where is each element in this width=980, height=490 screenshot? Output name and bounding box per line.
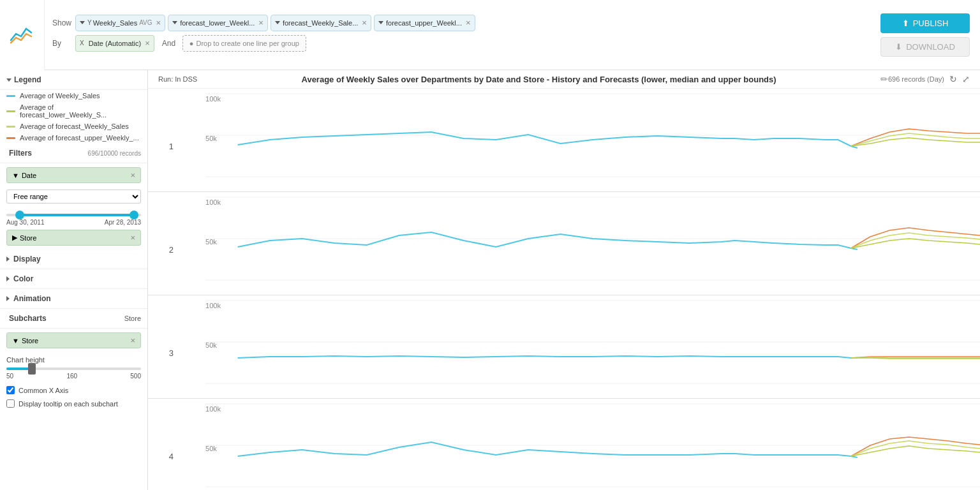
date-range-track[interactable] xyxy=(6,214,141,216)
display-tooltip-row: Display tooltip on each subchart xyxy=(0,397,147,410)
legend-arrow xyxy=(6,78,11,82)
height-slider-track[interactable] xyxy=(6,368,141,370)
chart-height-section: Chart height 50 160 500 xyxy=(0,352,147,383)
logo-area xyxy=(0,0,45,70)
app-logo[interactable] xyxy=(8,21,36,49)
subchart-plot-2: 100k 50k xyxy=(180,192,980,295)
pill-arrow-y4 xyxy=(378,21,383,24)
subchart-plot-4: 100k 50k xyxy=(180,399,980,490)
legend-color-1 xyxy=(6,110,15,112)
filters-header[interactable]: Filters 696/10000 records xyxy=(0,144,147,163)
pill-close-y2[interactable]: × xyxy=(258,18,264,27)
height-slider-thumb[interactable] xyxy=(28,363,36,375)
subchart-label-4: 4 xyxy=(148,399,180,490)
common-x-axis-checkbox[interactable] xyxy=(6,386,15,394)
svg-text:50k: 50k xyxy=(205,238,217,246)
subchart-label-2: 2 xyxy=(148,192,180,295)
pill-y2[interactable]: forecast_lower_Weekl... × xyxy=(168,15,268,31)
drop-zone-group[interactable]: ● Drop to create one line per group xyxy=(182,35,306,52)
height-range-labels: 50 160 500 xyxy=(6,373,141,380)
toolbar-main: Show Y Weekly_Sales AVG × forecast_lower… xyxy=(45,10,870,61)
subchart-3: 3 100k 50k xyxy=(148,295,980,399)
toolbar: Show Y Weekly_Sales AVG × forecast_lower… xyxy=(0,0,980,70)
show-label: Show xyxy=(52,19,75,27)
display-tooltip-checkbox[interactable] xyxy=(6,399,15,408)
pill-arrow-y1 xyxy=(80,21,85,24)
filter-date-select[interactable]: Free range xyxy=(6,189,141,204)
show-row: Show Y Weekly_Sales AVG × forecast_lower… xyxy=(52,15,863,31)
chart-svg-2: 100k 50k xyxy=(205,197,980,280)
x-axis-close[interactable]: × xyxy=(145,38,150,48)
run-label: Run: In DSS xyxy=(158,75,197,83)
chart-svg-3: 100k 50k xyxy=(205,301,980,383)
subchart-4: 4 100k 50k xyxy=(148,399,980,490)
subchart-store-pill[interactable]: ▼ Store × xyxy=(6,332,141,348)
legend-item-2: Average of forecast_Weekly_Sales xyxy=(0,121,147,132)
filter-date-delete[interactable]: × xyxy=(130,170,135,180)
svg-text:100k: 100k xyxy=(205,198,221,206)
filter-date-item[interactable]: ▼ Date × xyxy=(6,167,141,183)
refresh-icon[interactable]: ↻ xyxy=(949,74,957,84)
chart-svg-1: 100k 50k xyxy=(205,94,980,177)
display-arrow xyxy=(6,256,10,262)
pill-y4[interactable]: forecast_upper_Weekl... × xyxy=(374,15,475,31)
date-range-labels: Aug 30, 2011 Apr 28, 2013 xyxy=(6,219,141,226)
svg-text:100k: 100k xyxy=(205,302,221,309)
subchart-label-1: 1 xyxy=(148,89,180,191)
store-arrow: ▶ xyxy=(12,234,17,242)
legend-color-0 xyxy=(6,95,15,97)
chart-title: Average of Weekly Sales over Departments… xyxy=(197,75,880,84)
and-label: And xyxy=(162,39,180,48)
legend-item-3: Average of forecast_upper_Weekly_... xyxy=(0,132,147,144)
main-area: Legend Average of Weekly_Sales Average o… xyxy=(0,70,980,490)
svg-text:50k: 50k xyxy=(205,445,217,452)
download-icon: ⬇ xyxy=(895,42,902,52)
chart-meta: 696 records (Day) ↻ ⤢ xyxy=(888,74,970,84)
chart-area: Run: In DSS Average of Weekly Sales over… xyxy=(148,70,980,490)
pill-arrow-y2 xyxy=(172,21,177,24)
pill-close-y4[interactable]: × xyxy=(466,18,471,27)
by-row: By X Date (Automatic) × And ● Drop to cr… xyxy=(52,35,863,52)
pill-close-y1[interactable]: × xyxy=(156,18,161,27)
display-header[interactable]: Display xyxy=(0,249,147,269)
filter-store-delete[interactable]: × xyxy=(130,233,135,242)
pill-y3[interactable]: forecast_Weekly_Sale... × xyxy=(271,15,371,31)
edit-title-icon[interactable]: ✏ xyxy=(880,74,888,84)
subchart-1: 1 100k 50k xyxy=(148,89,980,192)
animation-header[interactable]: Animation xyxy=(0,289,147,309)
legend-header[interactable]: Legend xyxy=(0,70,147,90)
subchart-store-delete[interactable]: × xyxy=(130,336,135,345)
subchart-label-3: 3 xyxy=(148,295,180,398)
expand-icon[interactable]: ⤢ xyxy=(962,74,970,84)
toolbar-actions: ⬆ PUBLISH ⬇ DOWNLOAD xyxy=(870,8,980,62)
legend-item-1: Average of forecast_lower_Weekly_S... xyxy=(0,101,147,121)
chart-svg-4: 100k 50k xyxy=(205,404,980,487)
animation-arrow xyxy=(6,296,10,301)
legend-color-2 xyxy=(6,126,15,128)
subchart-plot-3: 100k 50k xyxy=(180,295,980,398)
legend-items: Average of Weekly_Sales Average of forec… xyxy=(0,90,147,144)
date-range-thumb-left[interactable] xyxy=(15,211,24,219)
svg-text:100k: 100k xyxy=(205,405,221,413)
svg-text:50k: 50k xyxy=(205,135,217,142)
drop-dot-icon: ● xyxy=(189,40,194,47)
pill-y1[interactable]: Y Weekly_Sales AVG × xyxy=(75,15,165,31)
legend-color-3 xyxy=(6,137,15,139)
common-x-axis-row: Common X Axis xyxy=(0,383,147,397)
by-label: By xyxy=(52,39,75,48)
date-range-fill xyxy=(20,214,134,216)
filter-date-range: Aug 30, 2011 Apr 28, 2013 xyxy=(6,209,141,226)
sidebar: Legend Average of Weekly_Sales Average o… xyxy=(0,70,148,490)
pill-close-y3[interactable]: × xyxy=(362,18,367,27)
color-arrow xyxy=(6,276,10,281)
color-header[interactable]: Color xyxy=(0,269,147,289)
date-range-thumb-right[interactable] xyxy=(130,211,138,219)
x-axis-selector[interactable]: X Date (Automatic) × xyxy=(75,35,157,52)
x-axis-box[interactable]: X Date (Automatic) × xyxy=(75,35,154,52)
filter-store-item[interactable]: ▶ Store × xyxy=(6,230,141,246)
publish-button[interactable]: ⬆ PUBLISH xyxy=(880,13,970,33)
chart-header: Run: In DSS Average of Weekly Sales over… xyxy=(148,70,980,89)
subcharts-header[interactable]: Subcharts Store xyxy=(0,309,147,329)
subchart-2: 2 100k 50k xyxy=(148,192,980,295)
download-button[interactable]: ⬇ DOWNLOAD xyxy=(880,37,970,57)
